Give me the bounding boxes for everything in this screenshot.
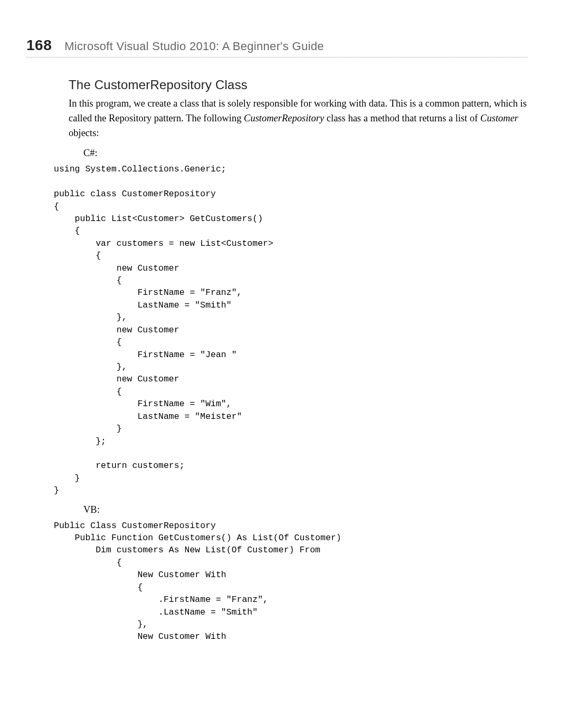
class-name-italic: Customer	[480, 113, 518, 123]
paragraph-text: objects:	[69, 128, 99, 138]
page-header: 168 Microsoft Visual Studio 2010: A Begi…	[26, 37, 528, 58]
running-title: Microsoft Visual Studio 2010: A Beginner…	[64, 40, 324, 53]
section-heading: The CustomerRepository Class	[69, 78, 528, 92]
content-area: The CustomerRepository Class In this pro…	[32, 78, 528, 643]
body-paragraph: In this program, we create a class that …	[69, 97, 528, 140]
csharp-label: C#:	[69, 148, 528, 159]
page-container: 168 Microsoft Visual Studio 2010: A Begi…	[0, 0, 570, 672]
csharp-code-block: using System.Collections.Generic; public…	[54, 163, 528, 496]
page-number: 168	[26, 37, 52, 54]
paragraph-text: class has a method that returns a list o…	[324, 113, 480, 123]
vb-code-block: Public Class CustomerRepository Public F…	[54, 520, 528, 643]
class-name-italic: CustomerRepository	[244, 113, 324, 123]
vb-label: VB:	[69, 504, 528, 515]
